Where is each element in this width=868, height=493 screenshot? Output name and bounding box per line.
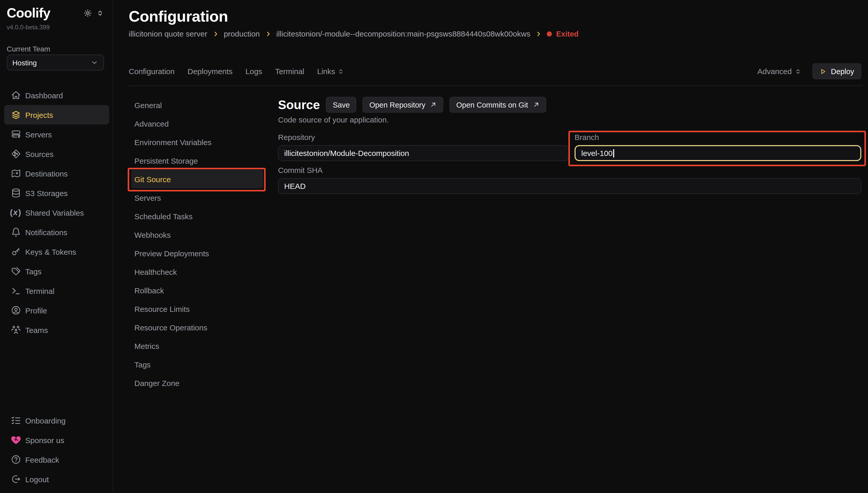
team-select[interactable]: Hosting xyxy=(7,55,104,70)
subnav-environment-variables[interactable]: Environment Variables xyxy=(131,133,263,151)
subnav-scheduled-tasks[interactable]: Scheduled Tasks xyxy=(131,207,263,226)
theme-toggle-button[interactable] xyxy=(83,9,92,18)
sidebar-item-profile[interactable]: Profile xyxy=(4,301,109,320)
sidebar-item-label: Shared Variables xyxy=(25,208,84,217)
subnav-healthcheck[interactable]: Healthcheck xyxy=(131,262,263,281)
user-circle-icon xyxy=(10,305,21,316)
sidebar-item-label: Destinations xyxy=(25,169,68,178)
external-link-icon xyxy=(533,101,539,108)
sidebar-item-keys-tokens[interactable]: Keys & Tokens xyxy=(4,242,109,261)
tab-configuration[interactable]: Configuration xyxy=(129,67,174,76)
sidebar-item-label: Notifications xyxy=(25,228,67,236)
sidebar-item-label: Sources xyxy=(25,150,54,158)
section-heading: Source xyxy=(278,98,320,112)
logo-row: Coolify xyxy=(7,5,104,21)
tab-links[interactable]: Links xyxy=(317,67,344,76)
sidebar-item-terminal[interactable]: Terminal xyxy=(4,281,109,301)
help-circle-icon xyxy=(10,454,21,465)
page-title: Configuration xyxy=(129,7,228,26)
commit-sha-value: HEAD xyxy=(284,182,305,190)
status-dot-icon xyxy=(547,31,552,36)
sidebar: Coolify xyxy=(0,0,113,493)
sidebar-item-destinations[interactable]: Destinations xyxy=(4,164,109,183)
sidebar-item-servers[interactable]: Servers xyxy=(4,125,109,144)
sidebar-item-label: Tags xyxy=(25,267,41,276)
tab-bar: Configuration Deployments Logs Terminal … xyxy=(129,63,861,79)
sidebar-item-onboarding[interactable]: Onboarding xyxy=(4,411,109,430)
subnav-tags[interactable]: Tags xyxy=(131,355,263,373)
sidebar-item-label: Teams xyxy=(25,325,48,334)
chevrons-up-down-icon xyxy=(338,68,344,74)
sidebar-item-feedback[interactable]: Feedback xyxy=(4,450,109,469)
theme-selector-button[interactable] xyxy=(97,10,104,17)
subnav-advanced[interactable]: Advanced xyxy=(131,114,263,133)
deploy-label: Deploy xyxy=(831,67,854,76)
sidebar-item-label: Projects xyxy=(25,110,53,119)
subnav-persistent-storage[interactable]: Persistent Storage xyxy=(131,151,263,170)
open-repository-button[interactable]: Open Repository xyxy=(363,97,444,113)
open-commits-button[interactable]: Open Commits on Git xyxy=(450,97,546,113)
subnav-preview-deployments[interactable]: Preview Deployments xyxy=(131,244,263,262)
subnav-danger-zone[interactable]: Danger Zone xyxy=(131,373,263,392)
deploy-button[interactable]: Deploy xyxy=(812,63,861,79)
save-button[interactable]: Save xyxy=(326,97,357,113)
main-content: Configuration illicitonion quote server … xyxy=(114,0,868,493)
heart-icon xyxy=(10,434,21,445)
subnav-resource-operations[interactable]: Resource Operations xyxy=(131,318,263,337)
text-cursor xyxy=(613,149,614,157)
tab-deployments[interactable]: Deployments xyxy=(187,67,232,76)
bell-icon xyxy=(10,227,21,237)
play-icon xyxy=(820,68,826,75)
sidebar-item-shared-variables[interactable]: (x) Shared Variables xyxy=(4,203,109,222)
subnav-metrics[interactable]: Metrics xyxy=(131,337,263,355)
open-commits-label: Open Commits on Git xyxy=(457,101,528,109)
commit-sha-label: Commit SHA xyxy=(278,166,861,175)
advanced-menu-button[interactable]: Advanced xyxy=(757,67,801,76)
subnav-webhooks[interactable]: Webhooks xyxy=(131,226,263,244)
sidebar-item-teams[interactable]: Teams xyxy=(4,320,109,340)
tab-logs[interactable]: Logs xyxy=(246,67,262,76)
sidebar-item-label: Sponsor us xyxy=(25,436,64,444)
sidebar-item-tags[interactable]: Tags xyxy=(4,261,109,281)
sidebar-item-notifications[interactable]: Notifications xyxy=(4,222,109,242)
sidebar-item-s3-storages[interactable]: S3 Storages xyxy=(4,183,109,203)
sidebar-item-dashboard[interactable]: Dashboard xyxy=(4,85,109,105)
layers-icon xyxy=(10,109,21,120)
chevron-down-icon xyxy=(91,59,98,66)
sidebar-item-label: Dashboard xyxy=(25,91,63,100)
repository-field: Repository illicitestonion/Module-Decomp… xyxy=(278,133,569,161)
sidebar-item-logout[interactable]: Logout xyxy=(4,469,109,489)
subnav-resource-limits[interactable]: Resource Limits xyxy=(131,300,263,318)
tabbar-divider xyxy=(128,85,862,86)
subnav-servers[interactable]: Servers xyxy=(131,188,263,207)
chevron-right-icon xyxy=(265,30,271,37)
branch-field: Branch level-100 xyxy=(575,133,861,161)
sidebar-item-label: Feedback xyxy=(25,455,59,464)
terminal-icon xyxy=(10,285,21,296)
breadcrumb-environment[interactable]: production xyxy=(224,29,260,38)
sidebar-item-sources[interactable]: Sources xyxy=(4,144,109,164)
section-description: Code source of your application. xyxy=(278,115,389,124)
logout-icon xyxy=(10,474,21,485)
repository-input[interactable]: illicitestonion/Module-Decomposition xyxy=(278,145,569,161)
subnav-general[interactable]: General xyxy=(131,96,263,114)
branch-input[interactable]: level-100 xyxy=(575,145,861,161)
breadcrumb-project[interactable]: illicitonion quote server xyxy=(129,29,207,38)
tab-terminal[interactable]: Terminal xyxy=(275,67,304,76)
breadcrumb-application[interactable]: illicitestonion/-module--decomposition:m… xyxy=(276,29,530,38)
map-icon xyxy=(10,168,21,179)
subnav-git-source[interactable]: Git Source xyxy=(131,170,263,188)
chevrons-up-down-icon xyxy=(795,68,801,74)
server-icon xyxy=(10,129,21,140)
tags-icon xyxy=(10,266,21,277)
sidebar-item-sponsor[interactable]: Sponsor us xyxy=(4,430,109,450)
home-icon xyxy=(10,90,21,101)
chevron-right-icon xyxy=(535,30,542,37)
advanced-label: Advanced xyxy=(757,67,791,76)
sidebar-item-label: Logout xyxy=(25,475,49,484)
repository-value: illicitestonion/Module-Decomposition xyxy=(284,149,409,157)
subnav-rollback[interactable]: Rollback xyxy=(131,281,263,300)
app-window: Coolify xyxy=(0,0,868,493)
commit-sha-input[interactable]: HEAD xyxy=(278,178,861,194)
sidebar-item-projects[interactable]: Projects xyxy=(4,105,109,125)
